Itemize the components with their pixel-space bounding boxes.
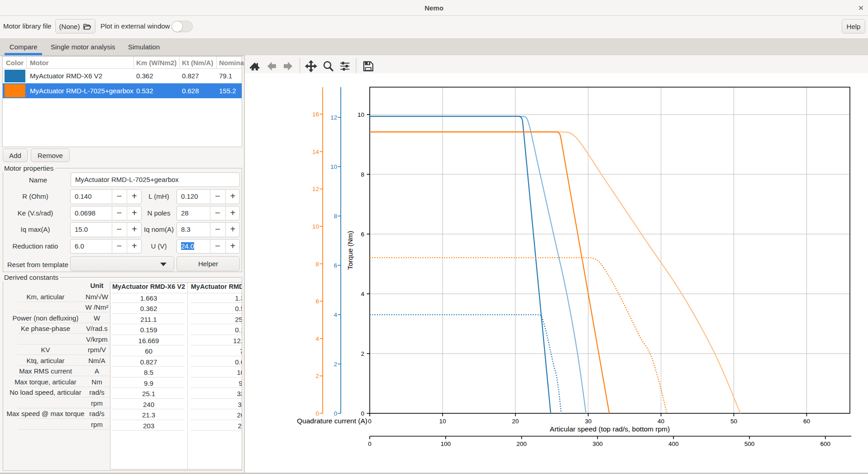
svg-text:Quadrature current (A): Quadrature current (A) xyxy=(297,417,367,425)
svg-text:60: 60 xyxy=(803,418,810,425)
svg-text:0: 0 xyxy=(368,418,372,425)
svg-text:600: 600 xyxy=(820,440,831,447)
svg-text:2: 2 xyxy=(315,373,319,379)
svg-text:4: 4 xyxy=(315,335,319,342)
svg-text:100: 100 xyxy=(441,440,451,447)
svg-text:10: 10 xyxy=(330,163,337,170)
svg-text:12: 12 xyxy=(312,186,319,192)
svg-text:0: 0 xyxy=(315,410,319,417)
svg-text:50: 50 xyxy=(730,418,737,425)
svg-text:12: 12 xyxy=(330,114,337,121)
svg-text:0: 0 xyxy=(334,410,337,417)
svg-text:300: 300 xyxy=(592,440,603,447)
svg-text:16: 16 xyxy=(312,111,319,118)
svg-text:14: 14 xyxy=(312,148,320,155)
svg-text:40: 40 xyxy=(658,418,664,425)
svg-text:2: 2 xyxy=(334,361,337,368)
svg-text:2: 2 xyxy=(361,350,364,357)
svg-text:4: 4 xyxy=(334,311,337,318)
svg-text:30: 30 xyxy=(585,418,591,425)
svg-text:400: 400 xyxy=(668,440,679,447)
svg-text:10: 10 xyxy=(358,111,364,118)
svg-text:6: 6 xyxy=(334,262,337,269)
svg-text:10: 10 xyxy=(439,418,446,425)
svg-text:6: 6 xyxy=(361,231,364,238)
svg-text:0: 0 xyxy=(368,440,372,447)
svg-text:Torque (Nm): Torque (Nm) xyxy=(346,231,354,270)
svg-text:0: 0 xyxy=(361,410,364,417)
svg-text:10: 10 xyxy=(312,223,319,230)
svg-text:Articular speed (top rad/s, bo: Articular speed (top rad/s, bottom rpm) xyxy=(550,425,670,433)
svg-text:20: 20 xyxy=(512,418,519,425)
svg-text:4: 4 xyxy=(361,291,364,297)
svg-text:8: 8 xyxy=(315,261,319,268)
svg-text:500: 500 xyxy=(744,440,755,447)
svg-text:6: 6 xyxy=(315,298,319,305)
svg-text:8: 8 xyxy=(361,171,364,178)
svg-text:200: 200 xyxy=(516,440,527,447)
svg-text:8: 8 xyxy=(334,213,337,220)
